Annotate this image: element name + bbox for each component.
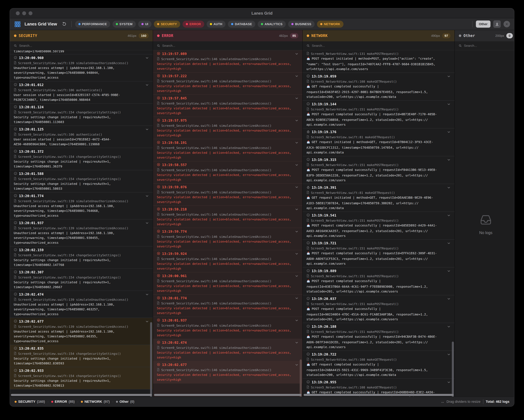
- log-entry[interactable]: 13:20:01.125 Screen9_SecurityView.swift:…: [10, 126, 153, 148]
- filter-chip[interactable]: ANALYTICS: [258, 21, 286, 28]
- log-entry[interactable]: 13:19:59.218 Screen9_SecurityView.swift:…: [153, 206, 302, 228]
- chevron-down-icon[interactable]: [447, 380, 451, 384]
- horizontal-scrollbar-thumb[interactable]: [304, 394, 454, 396]
- log-entry[interactable]: 13:20:02.159 Screen9_SecurityView.swift:…: [10, 247, 153, 269]
- lane-search-input[interactable]: Search...: [153, 41, 302, 50]
- chevron-down-icon[interactable]: [447, 214, 451, 217]
- log-entry[interactable]: 13:20:01.124 Screen9_SecurityView.swift:…: [10, 104, 153, 126]
- log-entry[interactable]: 13:20:02.835 Screen9_SecurityView.swift:…: [10, 345, 153, 367]
- chevron-down-icon[interactable]: [145, 293, 149, 296]
- chevron-down-icon[interactable]: [447, 158, 451, 162]
- chevron-down-icon[interactable]: [295, 274, 299, 278]
- horizontal-scrollbar-thumb[interactable]: [154, 394, 301, 396]
- log-entry[interactable]: 13:19:58.557 Screen9_SecurityView.swift:…: [153, 161, 302, 184]
- chevron-down-icon[interactable]: [295, 74, 299, 78]
- lane-search-input[interactable]: Search...: [303, 41, 454, 50]
- chevron-down-icon[interactable]: [145, 194, 149, 198]
- filter-chip[interactable]: AUTH: [207, 21, 226, 28]
- log-entry-partial[interactable]: timestamp=1764850800.597199: [10, 50, 153, 54]
- chevron-down-icon[interactable]: [447, 74, 451, 78]
- log-entry[interactable]: 13:19:59.924 Screen9_SecurityView.swift:…: [153, 250, 302, 272]
- log-entry[interactable]: 13:20:01.588 Screen9_SecurityView.swift:…: [10, 170, 153, 192]
- log-entry[interactable]: 13:19:59.076 Screen9_SecurityView.swift:…: [153, 184, 302, 206]
- log-entry[interactable]: 13:20:02.677 Screen9_SecurityView.swift:…: [10, 318, 153, 345]
- filter-chip[interactable]: UI: [138, 21, 152, 28]
- log-entry[interactable]: 13:20:02.474 Screen9_SecurityView.swift:…: [153, 339, 302, 361]
- horizontal-scrollbar-thumb[interactable]: [11, 394, 152, 396]
- log-entry[interactable]: 13:19:19.315 Screen5_NetworkView.swift:1…: [303, 156, 454, 184]
- log-entry[interactable]: 13:19:19.059 Screen5_NetworkView.swift:1…: [303, 73, 454, 101]
- chevron-down-icon[interactable]: [447, 241, 451, 245]
- minimize-traffic-light[interactable]: [22, 11, 26, 15]
- log-entry[interactable]: 13:20:02.474 Screen9_SecurityView.swift:…: [10, 291, 153, 318]
- filter-chip[interactable]: ERROR: [183, 21, 204, 28]
- log-entry[interactable]: 13:20:02.933 Screen9_SecurityView.swift:…: [10, 367, 153, 389]
- chevron-down-icon[interactable]: [447, 352, 451, 356]
- chevron-down-icon[interactable]: [295, 141, 299, 145]
- close-button[interactable]: [504, 21, 510, 27]
- log-entry[interactable]: 13:19:57.222 Screen9_SecurityView.swift:…: [153, 72, 302, 95]
- filter-chip[interactable]: NETWORK: [317, 21, 343, 28]
- zoom-traffic-light[interactable]: [29, 11, 32, 15]
- log-entry[interactable]: 13:20:01.372 Screen9_SecurityView.swift:…: [10, 148, 153, 170]
- chevron-down-icon[interactable]: [295, 252, 299, 256]
- log-entry[interactable]: 13:19:20.722 Screen5_NetworkView.swift:1…: [303, 351, 454, 379]
- log-entry[interactable]: 13:19:19.391 Screen5_NetworkView.swift:8…: [303, 184, 454, 212]
- chevron-down-icon[interactable]: [295, 118, 299, 122]
- log-entry[interactable]: 13:19:57.089 Screen9_SecurityView.swift:…: [153, 50, 302, 72]
- log-entry[interactable]: 13:19:20.188 Screen5_NetworkView.swift:1…: [303, 323, 454, 351]
- chevron-down-icon[interactable]: [295, 185, 299, 189]
- close-traffic-light[interactable]: [16, 11, 20, 15]
- log-entry[interactable]: 13:19:19.541 Screen5_NetworkView.swift:1…: [303, 212, 454, 240]
- other-button[interactable]: Other: [476, 20, 490, 28]
- log-entry[interactable]: 13:19:57.975 Screen9_SecurityView.swift:…: [153, 117, 302, 139]
- chevron-down-icon[interactable]: [447, 186, 451, 189]
- chevron-down-icon[interactable]: [447, 102, 451, 106]
- filter-chip[interactable]: SYSTEM: [113, 21, 136, 28]
- chevron-down-icon[interactable]: [295, 96, 299, 100]
- log-entry[interactable]: 13:20:00.960 Screen9_SecurityView.swift:…: [10, 54, 153, 81]
- chevron-down-icon[interactable]: [295, 207, 299, 211]
- chevron-down-icon[interactable]: [145, 320, 149, 323]
- log-entry[interactable]: 13:19:58.191 Screen9_SecurityView.swift:…: [153, 139, 302, 161]
- chevron-down-icon[interactable]: [295, 163, 299, 167]
- filter-chip[interactable]: PERFORMANCE: [75, 21, 110, 28]
- chevron-down-icon[interactable]: [295, 296, 299, 300]
- log-entry[interactable]: Screen5_NetworkView.swift:131 makePOSTRe…: [303, 50, 454, 73]
- vertical-scrollbar-thumb[interactable]: [452, 341, 454, 397]
- log-entry[interactable]: 13:20:01.937 Screen9_SecurityView.swift:…: [10, 219, 153, 247]
- filter-chip[interactable]: SECURITY: [154, 21, 180, 28]
- log-entry[interactable]: 13:19:57.845 Screen9_SecurityView.swift:…: [153, 95, 302, 117]
- chevron-down-icon[interactable]: [145, 127, 149, 131]
- filter-chip[interactable]: DATABASE: [228, 21, 255, 28]
- log-entry[interactable]: 13:19:19.721 Screen5_NetworkView.swift:1…: [303, 240, 454, 268]
- chevron-down-icon[interactable]: [447, 130, 451, 134]
- lane-search-input[interactable]: Search...: [10, 41, 153, 50]
- log-entry[interactable]: 13:19:20.037 Screen5_NetworkView.swift:1…: [303, 295, 454, 323]
- log-entry[interactable]: 13:20:01.774 Screen9_SecurityView.swift:…: [10, 192, 153, 219]
- log-entry[interactable]: 13:20:02.677 Screen9_SecurityView.swift:…: [153, 361, 302, 384]
- log-entry[interactable]: 13:19:19.889 Screen5_NetworkView.swift:1…: [303, 268, 454, 295]
- chevron-down-icon[interactable]: [447, 297, 451, 301]
- download-button[interactable]: [493, 20, 501, 28]
- vertical-scrollbar-thumb[interactable]: [150, 322, 152, 397]
- log-entry[interactable]: 13:20:01.937 Screen9_SecurityView.swift:…: [153, 317, 302, 339]
- chevron-down-icon[interactable]: [295, 52, 299, 56]
- filter-chip[interactable]: BUSINESS: [288, 21, 314, 28]
- chevron-down-icon[interactable]: [145, 83, 149, 87]
- chevron-down-icon[interactable]: [447, 325, 451, 329]
- chevron-down-icon[interactable]: [145, 221, 149, 225]
- chevron-down-icon[interactable]: [295, 341, 299, 345]
- chevron-down-icon[interactable]: [295, 230, 299, 233]
- log-entry[interactable]: 13:19:19.176 Screen5_NetworkView.swift:8…: [303, 128, 454, 156]
- chevron-down-icon[interactable]: [447, 269, 451, 273]
- chevron-down-icon[interactable]: [145, 56, 149, 60]
- chevron-down-icon[interactable]: [295, 318, 299, 322]
- log-entry[interactable]: 13:20:01.012 Screen9_SecurityView.swift:…: [10, 81, 153, 104]
- log-entry[interactable]: 13:20:00.961 Screen9_SecurityView.swift:…: [153, 272, 302, 295]
- refresh-button[interactable]: [61, 20, 68, 28]
- log-entry[interactable]: 13:19:59.774 Screen9_SecurityView.swift:…: [153, 228, 302, 250]
- lane-search-input[interactable]: Search...: [455, 41, 514, 50]
- chevron-down-icon[interactable]: [295, 363, 299, 367]
- log-entry[interactable]: 13:20:02.307 Screen9_SecurityView.swift:…: [10, 269, 153, 291]
